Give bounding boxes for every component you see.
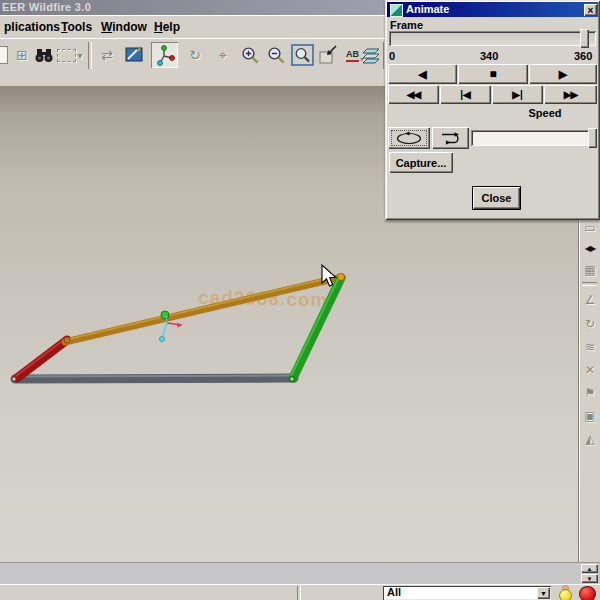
layers-icon[interactable] xyxy=(360,42,384,68)
frame-scale-min: 0 xyxy=(389,50,395,62)
loop-repeat-icon xyxy=(394,131,424,145)
menu-tools-label: ools xyxy=(67,20,92,34)
filter-combobox[interactable]: All ▼ xyxy=(383,586,551,600)
speed-slider-thumb[interactable] xyxy=(588,128,597,148)
previous-frame-icon: |◀ xyxy=(460,89,471,100)
regenerate-icon[interactable]: ⇄ xyxy=(95,42,119,68)
repaint-icon[interactable] xyxy=(123,42,147,68)
scroll-up-icon: ▲ xyxy=(587,566,593,572)
graph-icon[interactable]: ▦ xyxy=(580,260,600,280)
zoom-window-glyph xyxy=(291,44,314,66)
binoculars-glyph xyxy=(34,47,54,63)
layers-glyph xyxy=(361,46,383,64)
find-icon[interactable] xyxy=(32,42,56,68)
refit-icon[interactable] xyxy=(316,42,340,68)
frame-scale-current: 340 xyxy=(480,50,498,62)
loop-repeat-button[interactable] xyxy=(388,127,430,149)
bell-icon[interactable]: ◭ xyxy=(580,429,600,449)
message-scroll-up[interactable]: ▲ xyxy=(581,564,598,573)
animate-dialog: Animate × Frame 0 340 360 ◀ ■ ▶ ◀◀ |◀ ▶|… xyxy=(385,0,600,220)
status-lamp-yellow[interactable] xyxy=(559,589,572,600)
message-scroll-down[interactable]: ▼ xyxy=(581,574,598,583)
animate-dialog-titlebar[interactable]: Animate × xyxy=(387,2,598,17)
menu-tools[interactable]: Tools xyxy=(57,19,96,35)
spin-center-icon[interactable] xyxy=(151,42,178,68)
rewind-button[interactable]: ◀◀ xyxy=(388,85,439,104)
dialog-close-icon[interactable]: × xyxy=(584,4,597,16)
zoom-window-icon[interactable] xyxy=(289,42,315,68)
app-window: EER Wildfire 3.0 plications Tools Window… xyxy=(0,0,600,600)
stop-button[interactable]: ■ xyxy=(458,64,528,84)
scroll-down-icon: ▼ xyxy=(587,576,593,582)
damper-icon[interactable]: ✕ xyxy=(580,360,600,380)
close-button[interactable]: Close xyxy=(472,186,521,210)
play-forward-button[interactable]: ▶ xyxy=(529,64,597,84)
menu-window-key: W xyxy=(101,20,112,34)
link-crank-highlight xyxy=(16,339,65,376)
orient-mode-icon[interactable]: ↻ xyxy=(183,42,207,68)
menu-help[interactable]: Help xyxy=(150,19,184,35)
capture-button-label: Capture... xyxy=(396,157,447,169)
frame-slider-thumb[interactable] xyxy=(580,29,589,48)
menu-applications[interactable]: plications xyxy=(0,19,64,35)
mass-icon[interactable]: ▣ xyxy=(580,406,600,426)
dialog-title-text: Animate xyxy=(406,3,449,15)
zoom-in-icon[interactable] xyxy=(238,42,262,68)
partial-hidden-icon[interactable]: ▭ xyxy=(580,218,600,238)
link-coupler-brown[interactable] xyxy=(65,277,342,342)
play-backward-button[interactable]: ◀ xyxy=(388,64,457,84)
spin-center-glyph xyxy=(154,44,176,66)
frame-slider[interactable] xyxy=(389,31,596,46)
main-title-text: EER Wildfire 3.0 xyxy=(2,1,91,13)
zoom-in-glyph xyxy=(240,45,261,66)
right-toolbar-separator xyxy=(582,282,597,286)
csys-y-axis xyxy=(162,323,167,338)
status-lamp-red[interactable] xyxy=(579,586,596,600)
joint-crank-coupler[interactable] xyxy=(64,337,70,343)
servo-flag-icon[interactable]: ⚑ xyxy=(580,383,600,403)
menu-window[interactable]: Window xyxy=(97,19,151,35)
chevron-down-icon: ▼ xyxy=(540,590,547,597)
joint-ground-left[interactable] xyxy=(12,377,16,381)
next-frame-button[interactable]: ▶| xyxy=(492,85,543,104)
close-button-label: Close xyxy=(482,192,512,204)
selection-filter-arrow-icon[interactable]: ▾ xyxy=(74,42,86,68)
menu-help-label: elp xyxy=(163,20,180,34)
menu-applications-label: plications xyxy=(4,20,60,34)
frame-label: Frame xyxy=(390,19,423,31)
capture-button[interactable]: Capture... xyxy=(389,152,453,173)
link-rocker-highlight xyxy=(291,277,339,376)
measure-icon[interactable]: ∠ xyxy=(580,290,600,310)
fast-forward-icon: ▶▶ xyxy=(564,89,577,100)
rewind-icon: ◀◀ xyxy=(407,89,420,100)
frame-scale-max: 360 xyxy=(574,50,592,62)
next-frame-icon: ▶| xyxy=(512,89,523,100)
stop-icon: ■ xyxy=(489,67,496,81)
toolbar-separator xyxy=(88,42,92,69)
play-forward-icon: ▶ xyxy=(559,68,567,81)
pan-zoom-icon[interactable]: ⌖ xyxy=(211,42,235,68)
close-x-glyph: × xyxy=(588,5,594,16)
filter-dropdown-button[interactable]: ▼ xyxy=(537,587,550,599)
annotations-ab-text: AB xyxy=(346,49,359,62)
new-file-icon[interactable] xyxy=(0,42,8,68)
joint-coupler-rocker[interactable] xyxy=(338,274,345,281)
loop-bounce-button[interactable] xyxy=(432,127,469,149)
link-rocker-green[interactable] xyxy=(293,278,341,378)
zoom-out-icon[interactable] xyxy=(264,42,288,68)
filter-value: All xyxy=(387,586,401,598)
spring-icon[interactable]: ≋ xyxy=(580,337,600,357)
status-separator xyxy=(297,586,301,600)
marker-point[interactable] xyxy=(161,311,169,319)
previous-frame-button[interactable]: |◀ xyxy=(440,85,491,104)
link-crank-red[interactable] xyxy=(17,340,67,378)
status-bar: All ▼ xyxy=(0,584,600,600)
link-ground[interactable] xyxy=(15,378,294,379)
speed-slider[interactable] xyxy=(471,130,596,146)
flip-arrows-icon[interactable]: ◀▶ xyxy=(580,238,600,258)
speed-label: Speed xyxy=(510,107,580,119)
zoom-out-glyph xyxy=(266,45,287,66)
window-tile-icon[interactable]: ⊞ xyxy=(10,42,34,68)
fast-forward-button[interactable]: ▶▶ xyxy=(544,85,597,104)
drag-icon[interactable]: ↻ xyxy=(580,314,600,334)
